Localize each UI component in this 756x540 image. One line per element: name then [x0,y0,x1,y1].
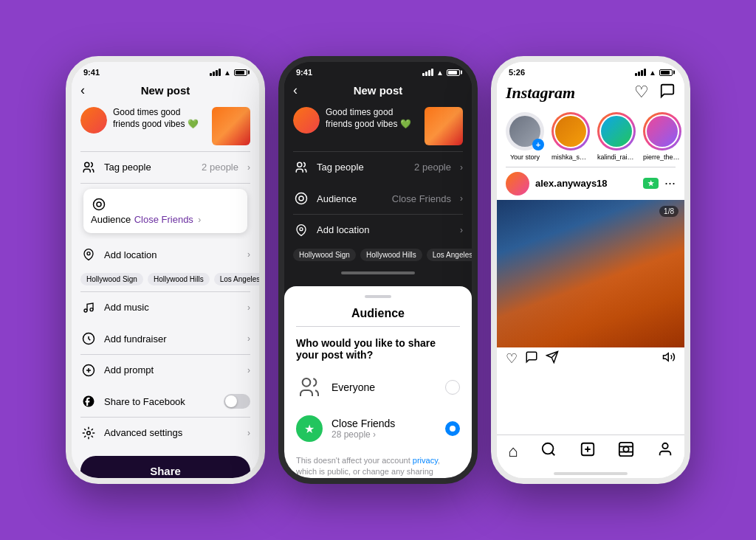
time-1: 9:41 [83,68,100,77]
page-title-2: New post [354,84,403,97]
close-friends-badge: ★ [643,178,659,189]
add-story-button[interactable]: + [532,139,544,150]
story-item-pierre[interactable]: pierre_thecon [643,112,681,161]
story-item-kalindi[interactable]: kalindi_rainb... [597,112,636,161]
share-icon[interactable] [546,350,559,367]
volume-icon[interactable] [662,350,676,367]
svg-point-0 [85,162,89,167]
svg-point-16 [303,378,311,387]
messenger-icon[interactable] [659,83,676,103]
audience-icon [91,196,107,212]
wifi-icon-3: ▲ [649,69,656,77]
story-avatar-mishka [555,116,586,147]
prompt-icon [80,362,97,378]
tag-people-value-dark: 2 people [414,162,451,173]
menu-item-location-dark[interactable]: Add location › [284,215,472,246]
comment-icon[interactable] [525,350,538,367]
tag-hwood-sign-dark[interactable]: Hollywood Sign [293,249,356,261]
caption-2: Good times good friends good vibes 💚 [326,107,419,130]
story-label-mishka: mishka_songs [551,153,590,161]
nav-create-icon[interactable] [580,441,596,462]
menu-item-add-location[interactable]: Add location › [72,239,259,270]
tag-la-dark[interactable]: Los Angeles [427,249,472,261]
home-indicator-3 [554,472,628,475]
back-button-1[interactable]: ‹ [80,83,85,98]
menu-item-audience-dark[interactable]: Audience Close Friends › [284,183,472,214]
post-controls: ♡ [497,347,684,370]
everyone-radio[interactable] [445,380,460,395]
signal-icon-3 [635,69,646,76]
close-friends-label: Close Friends 28 people › [331,418,436,440]
audience-option-close-friends[interactable]: ★ Close Friends 28 people › [284,408,472,449]
post-image: 1/8 [497,200,684,347]
like-icon[interactable]: ♡ [506,350,518,367]
music-label: Add music [104,302,238,313]
menu-item-advanced[interactable]: Advanced settings › [72,418,259,449]
battery-icon-3 [659,69,673,76]
ig-header-icons: ♡ [634,83,676,103]
your-story-item[interactable]: + Your story [506,112,544,161]
audience-option-everyone[interactable]: Everyone [284,367,472,408]
menu-item-add-music[interactable]: Add music › [72,292,259,323]
post-preview-2: Good times good friends good vibes 💚 [284,101,472,151]
tag-people-value: 2 people [202,162,238,173]
post-header: alex.anyways18 ★ ··· [497,167,684,200]
story-ring-kalindi [597,112,636,150]
modal-subtitle: Who would you like to share your post wi… [284,327,472,367]
back-button-2[interactable]: ‹ [293,83,298,98]
status-bar-1: 9:41 ▲ [72,62,259,80]
nav-reels-icon[interactable] [618,441,634,462]
tag-people-icon [80,159,97,176]
menu-item-add-prompt[interactable]: Add prompt › [72,355,259,386]
ig-nav: ⌂ [497,435,684,468]
privacy-link[interactable]: privacy [413,456,438,465]
status-icons-2: ▲ [422,69,460,77]
audience-item-highlighted[interactable]: Audience Close Friends › [83,189,247,233]
menu-item-tag-people[interactable]: Tag people 2 people › [72,152,259,183]
post-more-button[interactable]: ··· [664,176,676,191]
svg-point-14 [299,196,303,201]
svg-point-13 [296,193,307,204]
svg-point-3 [87,252,90,255]
phone-3: 5:26 ▲ Instagram ♡ [491,56,690,484]
menu-item-tag-people-dark[interactable]: Tag people 2 people › [284,152,472,183]
post-username[interactable]: alex.anyways18 [535,178,643,189]
share-button-1[interactable]: Share [80,456,250,485]
battery-icon-1 [234,69,247,76]
tag-people-label: Tag people [104,162,194,173]
wifi-icon-2: ▲ [436,69,444,77]
your-story-label: Your story [510,153,540,161]
prompt-label: Add prompt [104,364,238,375]
close-friends-sub-label[interactable]: 28 people › [331,429,436,440]
tag-hollywood-hills[interactable]: Hollywood Hills [148,273,210,285]
tag-hwood-hills-dark[interactable]: Hollywood Hills [360,249,422,261]
heart-icon[interactable]: ♡ [634,83,649,103]
caption-1: Good times good friends good vibes 💚 [113,107,206,130]
tag-los-angeles[interactable]: Los Angeles [214,273,259,285]
menu-item-add-fundraiser[interactable]: Add fundraiser › [72,323,259,354]
wifi-icon-1: ▲ [224,69,231,77]
music-chevron: › [247,302,250,313]
location-label-dark: Add location [317,224,451,235]
audience-value-dark: Close Friends [392,193,451,204]
menu-item-share-facebook[interactable]: Share to Facebook [72,386,259,417]
facebook-icon [80,393,97,409]
tag-chevron-dark: › [460,162,463,173]
signal-icon-2 [422,69,433,76]
fundraiser-icon [80,330,97,347]
nav-profile-icon[interactable] [657,441,673,462]
close-friends-radio[interactable] [445,421,460,436]
stories-row: + Your story mishka_songs [497,108,684,167]
nav-search-icon[interactable] [540,441,557,462]
story-item-mishka[interactable]: mishka_songs [551,112,590,161]
svg-point-15 [300,227,303,230]
svg-point-20 [543,443,554,454]
svg-point-12 [298,162,302,167]
instagram-logo: Instagram [506,83,575,103]
tag-hollywood-sign[interactable]: Hollywood Sign [80,273,143,285]
phone-1: 9:41 ▲ ‹ New post [66,56,265,484]
svg-point-11 [87,431,91,435]
facebook-toggle[interactable] [224,394,250,409]
advanced-chevron: › [247,428,250,438]
nav-home-icon[interactable]: ⌂ [508,442,518,461]
